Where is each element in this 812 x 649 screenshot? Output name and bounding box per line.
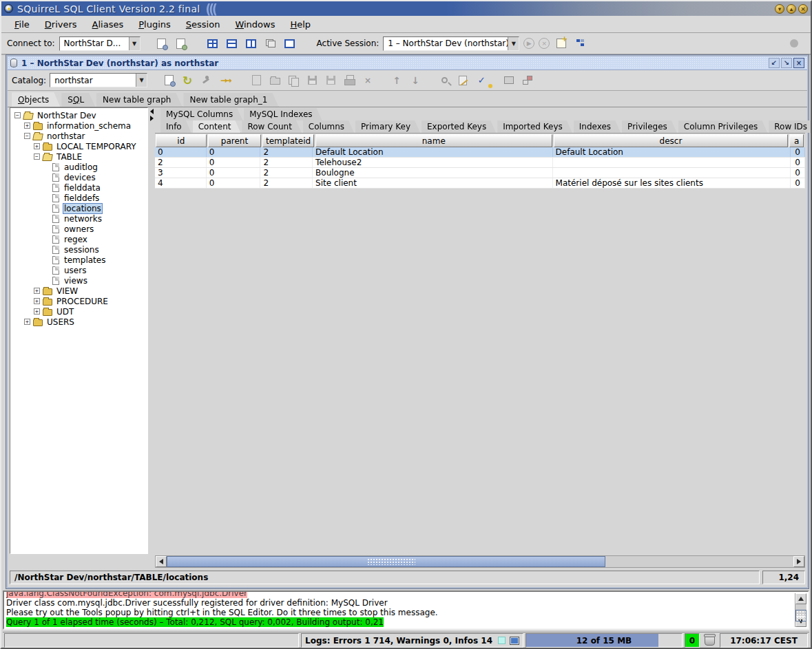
collapse-left-icon[interactable]	[150, 109, 154, 114]
menu-item-aliases[interactable]: Aliases	[85, 17, 132, 32]
column-header-templateid[interactable]: templateid	[262, 134, 314, 147]
tab-mysql-columns[interactable]: MySQL Columns	[160, 108, 242, 120]
maximize-windows-icon[interactable]	[282, 36, 298, 51]
column-header-id[interactable]: id	[156, 134, 207, 147]
table-cell[interactable]: 0	[207, 147, 261, 157]
tab-row-count[interactable]: Row Count	[242, 120, 301, 133]
close-button[interactable]: ×	[798, 4, 808, 14]
expand-icon[interactable]: +	[34, 143, 40, 149]
tab-info[interactable]: Info	[160, 120, 191, 133]
run-sql-icon[interactable]	[198, 73, 214, 88]
new-file-icon[interactable]	[249, 73, 264, 88]
alias-combobox[interactable]: NorthStar D... ▼	[59, 36, 140, 51]
tab-new-table-graph-1[interactable]: New table graph_1	[183, 93, 278, 107]
print-icon[interactable]	[342, 73, 357, 88]
table-cell[interactable]: 0	[155, 147, 207, 157]
table-cell[interactable]: 0	[207, 178, 261, 188]
tab-mysql-indexes[interactable]: MySQL Indexes	[244, 108, 322, 120]
tree-item-procedure[interactable]: +PROCEDURE	[12, 296, 147, 306]
table-cell[interactable]: 2	[260, 178, 313, 188]
tree-item-users[interactable]: +USERS	[12, 317, 147, 327]
logs-summary-cell[interactable]: Logs: Errors 1 714, Warnings 0, Infos 14	[301, 633, 523, 648]
refresh-icon[interactable]: ↻	[180, 73, 195, 88]
table-cell[interactable]: 0	[791, 158, 805, 167]
table-row[interactable]: 002Default LocationDefault Location0	[155, 147, 805, 158]
connect-alias-icon[interactable]	[154, 36, 169, 51]
tree-item-regex[interactable]: regex	[12, 234, 147, 244]
cascade-windows-icon[interactable]	[263, 36, 278, 51]
expand-icon[interactable]: +	[34, 308, 40, 315]
table-cell[interactable]: Default Location	[313, 147, 552, 157]
tree-item-information-schema[interactable]: +information_schema	[12, 120, 147, 131]
table-cell[interactable]: 0	[207, 158, 261, 167]
edit-sql-icon[interactable]	[455, 73, 470, 88]
tree-item-auditlog[interactable]: auditlog	[12, 162, 147, 172]
tab-privileges[interactable]: Privileges	[622, 120, 677, 133]
tree-item-fielddefs[interactable]: fielddefs	[12, 193, 147, 203]
tab-new-table-graph[interactable]: New table graph	[96, 93, 182, 107]
scroll-up-icon[interactable]	[795, 593, 806, 604]
tab-row-ids[interactable]: Row IDs	[769, 120, 812, 133]
memory-gauge[interactable]: 12 of 15 MB	[525, 633, 683, 648]
session-tree-icon[interactable]	[573, 36, 588, 51]
table-cell[interactable]: 0	[791, 178, 805, 188]
expand-icon[interactable]: +	[34, 298, 40, 304]
session-frame-titlebar[interactable]: 1 – NorthStar Dev (northstar) as northst…	[8, 56, 807, 70]
tree-item-fielddata[interactable]: fielddata	[12, 182, 147, 193]
table-layout-icon[interactable]	[520, 73, 535, 88]
tab-sql[interactable]: SQL	[61, 93, 95, 107]
save-icon[interactable]	[304, 73, 320, 88]
close-file-icon[interactable]: ×	[360, 73, 375, 88]
table-cell[interactable]: 4	[155, 178, 207, 188]
scroll-right-icon[interactable]	[793, 556, 804, 567]
table-cell[interactable]	[553, 158, 791, 167]
cancel-session-icon[interactable]: ×	[539, 38, 550, 49]
collapse-icon[interactable]: −	[24, 133, 30, 139]
scrollbar-thumb[interactable]	[167, 556, 605, 567]
menu-item-file[interactable]: File	[7, 17, 37, 32]
tile-horizontal-icon[interactable]	[225, 36, 240, 51]
tree-item-owners[interactable]: owners	[12, 224, 147, 234]
table-cell[interactable]: 0	[207, 168, 261, 178]
log-viewer-icon[interactable]	[510, 637, 519, 645]
menu-item-windows[interactable]: Windows	[227, 17, 282, 32]
tab-objects[interactable]: Objects	[12, 92, 60, 107]
tree-item-locations[interactable]: locations	[12, 203, 147, 213]
table-cell[interactable]: 2	[260, 158, 313, 167]
tree-item-sessions[interactable]: sessions	[12, 244, 147, 255]
split-divider[interactable]	[148, 107, 155, 554]
tree-item-udt[interactable]: +UDT	[12, 306, 147, 317]
table-cell[interactable]: 2	[260, 168, 313, 178]
tree-item-northstar[interactable]: −northstar	[12, 131, 147, 141]
tree-item-local-temporary[interactable]: +LOCAL TEMPORARY	[12, 141, 147, 151]
bookmark-icon[interactable]	[501, 73, 517, 88]
log-vertical-scrollbar[interactable]	[795, 593, 806, 627]
horizontal-scrollbar[interactable]	[155, 555, 805, 568]
collapse-right-icon[interactable]	[150, 116, 154, 121]
table-cell[interactable]: Site client	[313, 178, 552, 188]
catalog-combobox[interactable]: northstar ▼	[50, 73, 147, 87]
tab-column-privileges[interactable]: Column Privileges	[678, 120, 767, 133]
tile-vertical-icon[interactable]	[244, 36, 259, 51]
column-header-name[interactable]: name	[315, 134, 552, 147]
table-row[interactable]: 402Site clientMatériel déposé sur les si…	[155, 178, 805, 189]
table-row[interactable]: 202Telehouse20	[155, 158, 805, 168]
title-bar[interactable]: SQuirreL SQL Client Version 2.2 final ((…	[1, 1, 811, 16]
scroll-left-icon[interactable]	[156, 556, 167, 567]
collapse-icon[interactable]: −	[34, 153, 40, 160]
table-cell[interactable]	[553, 168, 791, 178]
table-cell[interactable]: Matériel déposé sur les sites clients	[553, 178, 791, 188]
log-panel[interactable]: java.lang.ClassNotFoundException: com.my…	[3, 591, 809, 630]
table-row[interactable]: 302Boulogne0	[155, 168, 805, 178]
frame-restore-button[interactable]: ↘	[781, 58, 792, 68]
run-session-icon[interactable]: ▶	[523, 38, 534, 49]
connect-alias-icon[interactable]	[161, 73, 176, 88]
tab-exported-keys[interactable]: Exported Keys	[421, 120, 496, 133]
chevron-down-icon[interactable]: ▼	[508, 37, 519, 50]
tab-imported-keys[interactable]: Imported Keys	[497, 120, 572, 133]
open-file-icon[interactable]	[267, 73, 282, 88]
frame-close-button[interactable]: ×	[793, 58, 804, 68]
expand-icon[interactable]: +	[24, 123, 30, 129]
tree-item-views[interactable]: views	[12, 275, 147, 286]
column-header-a[interactable]: a	[789, 134, 804, 147]
